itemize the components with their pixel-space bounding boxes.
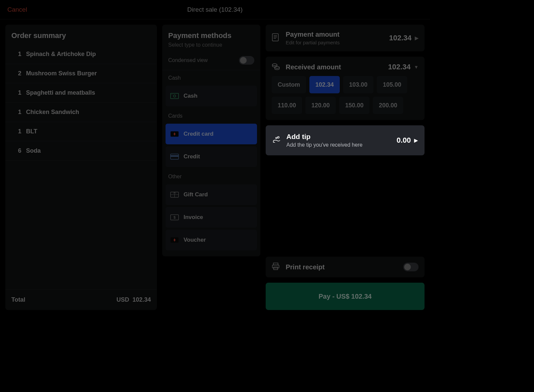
svg-rect-10 bbox=[272, 34, 278, 41]
method-cash[interactable]: Cash bbox=[166, 86, 257, 106]
received-amount-panel: Received amount 102.34 ▼ Custom102.34103… bbox=[266, 57, 425, 120]
total-value: 102.34 bbox=[132, 296, 151, 303]
method-gift-card[interactable]: Gift Card bbox=[166, 184, 257, 205]
condensed-view-toggle[interactable] bbox=[239, 56, 254, 65]
voucher-icon bbox=[170, 237, 179, 243]
payment-methods-panel: Payment methods Select type to continue … bbox=[162, 25, 260, 310]
methods-subtitle: Select type to continue bbox=[168, 42, 254, 48]
amount-button[interactable]: 150.00 bbox=[339, 97, 369, 114]
svg-rect-0 bbox=[171, 93, 179, 99]
cancel-button[interactable]: Cancel bbox=[7, 6, 27, 13]
amount-button[interactable]: 105.00 bbox=[377, 76, 407, 93]
svg-rect-16 bbox=[272, 265, 279, 268]
topbar: Cancel Direct sale (102.34) bbox=[0, 0, 430, 19]
coins-icon bbox=[272, 63, 280, 71]
total-label: Total bbox=[11, 296, 25, 303]
chevron-right-icon: ▶ bbox=[415, 35, 419, 41]
svg-point-2 bbox=[172, 94, 172, 95]
cash-icon bbox=[170, 93, 179, 99]
order-item-name: Spaghetti and meatballs bbox=[26, 89, 95, 96]
right-column: Payment amount Edit for partial payments… bbox=[266, 25, 425, 310]
invoice-icon: $ bbox=[170, 214, 179, 221]
order-qty: 1 bbox=[11, 128, 26, 135]
order-row[interactable]: 1Spaghetti and meatballs bbox=[5, 83, 157, 103]
order-total-row: Total USD 102.34 bbox=[5, 289, 157, 310]
order-item-name: BLT bbox=[26, 128, 37, 135]
amount-grid: Custom102.34103.00105.00110.00120.00150.… bbox=[272, 76, 419, 114]
order-qty: 1 bbox=[11, 89, 26, 96]
svg-rect-15 bbox=[273, 263, 278, 265]
method-label: Credit card bbox=[184, 131, 214, 137]
method-label: Voucher bbox=[184, 237, 206, 243]
order-row[interactable]: 1Spinach & Artichoke Dip bbox=[5, 45, 157, 64]
add-tip-panel[interactable]: Add tip Add the tip you've received here… bbox=[266, 125, 425, 155]
order-summary-title: Order summary bbox=[11, 31, 151, 40]
order-items: 1Spinach & Artichoke Dip2Mushroom Swiss … bbox=[5, 45, 157, 289]
methods-title: Payment methods bbox=[168, 31, 254, 40]
print-label: Print receipt bbox=[286, 263, 325, 271]
total-currency: USD bbox=[116, 296, 129, 303]
chevron-down-icon[interactable]: ▼ bbox=[414, 64, 419, 70]
payment-amount-panel[interactable]: Payment amount Edit for partial payments… bbox=[266, 25, 425, 51]
order-row[interactable]: 6Soda bbox=[5, 141, 157, 161]
chevron-right-icon: ▶ bbox=[414, 138, 418, 143]
method-label: Credit bbox=[184, 153, 200, 160]
printer-icon bbox=[272, 263, 280, 271]
order-qty: 2 bbox=[11, 70, 26, 77]
amount-button[interactable]: 110.00 bbox=[272, 97, 302, 114]
pay-button[interactable]: Pay - US$ 102.34 bbox=[266, 283, 425, 310]
payment-amount-title: Payment amount bbox=[286, 31, 340, 38]
received-title: Received amount bbox=[286, 63, 341, 71]
svg-point-14 bbox=[276, 137, 277, 139]
order-row[interactable]: 2Mushroom Swiss Burger bbox=[5, 64, 157, 83]
gift-card-icon bbox=[170, 191, 179, 198]
order-item-name: Spinach & Artichoke Dip bbox=[26, 51, 96, 58]
order-item-name: Mushroom Swiss Burger bbox=[26, 70, 97, 77]
order-row[interactable]: 1BLT bbox=[5, 122, 157, 141]
columns: Order summary 1Spinach & Artichoke Dip2M… bbox=[0, 19, 430, 315]
payment-amount-value: 102.34 bbox=[389, 34, 412, 42]
amount-button[interactable]: Custom bbox=[272, 76, 306, 93]
svg-rect-17 bbox=[274, 267, 278, 270]
condensed-view-label: Condensed view bbox=[168, 57, 208, 63]
amount-button[interactable]: 120.00 bbox=[305, 97, 336, 114]
tip-title: Add tip bbox=[286, 133, 362, 141]
amount-button[interactable]: 200.00 bbox=[373, 97, 403, 114]
tip-subtitle: Add the tip you've received here bbox=[286, 142, 362, 148]
svg-point-13 bbox=[278, 137, 279, 138]
svg-point-11 bbox=[272, 64, 277, 66]
received-value: 102.34 bbox=[388, 63, 411, 71]
order-qty: 1 bbox=[11, 51, 26, 58]
svg-rect-5 bbox=[171, 155, 179, 157]
svg-text:$: $ bbox=[174, 215, 176, 219]
order-item-name: Chicken Sandwich bbox=[26, 109, 79, 116]
order-qty: 6 bbox=[11, 147, 26, 154]
order-row[interactable]: 1Chicken Sandwich bbox=[5, 103, 157, 122]
order-item-name: Soda bbox=[26, 147, 41, 154]
order-summary-panel: Order summary 1Spinach & Artichoke Dip2M… bbox=[5, 25, 157, 310]
tip-icon bbox=[272, 136, 281, 145]
method-credit[interactable]: Credit bbox=[166, 146, 257, 167]
page-title: Direct sale (102.34) bbox=[187, 6, 243, 13]
credit-card-icon bbox=[170, 131, 179, 137]
payment-amount-subtitle: Edit for partial payments bbox=[286, 40, 340, 45]
method-label: Gift Card bbox=[184, 191, 208, 198]
order-qty: 1 bbox=[11, 109, 26, 116]
amount-button[interactable]: 103.00 bbox=[343, 76, 373, 93]
method-voucher[interactable]: Voucher bbox=[166, 230, 257, 250]
method-credit-card[interactable]: Credit card bbox=[166, 124, 257, 144]
amount-button[interactable]: 102.34 bbox=[309, 76, 340, 93]
group-cash: Cash bbox=[162, 70, 260, 84]
group-cards: Cards bbox=[162, 108, 260, 122]
svg-point-1 bbox=[174, 95, 176, 97]
print-receipt-row: Print receipt bbox=[266, 257, 425, 277]
method-label: Cash bbox=[184, 93, 198, 99]
print-receipt-toggle[interactable] bbox=[403, 263, 419, 271]
method-label: Invoice bbox=[184, 214, 203, 221]
credit-icon bbox=[170, 153, 179, 160]
method-invoice[interactable]: $ Invoice bbox=[166, 207, 257, 228]
group-other: Other bbox=[162, 169, 260, 182]
tip-value: 0.00 bbox=[396, 136, 411, 145]
receipt-icon bbox=[272, 33, 280, 43]
